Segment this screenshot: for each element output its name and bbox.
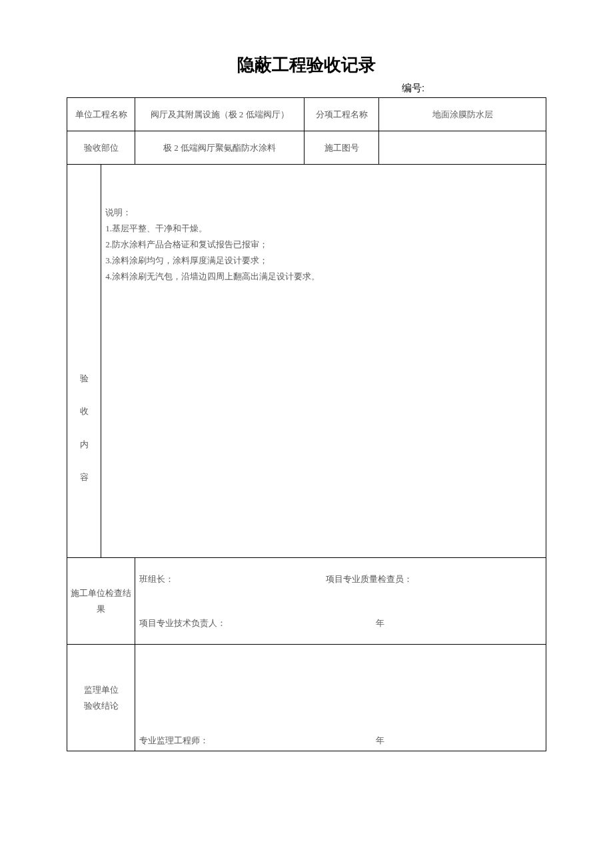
supervisor-content: 专业监理工程师： 年 月 日: [135, 645, 546, 751]
supervisor-engineer-label: 专业监理工程师：: [139, 735, 376, 747]
quality-inspector-label: 项目专业质量检查员：: [326, 573, 412, 585]
header-row-2: 验收部位 极 2 低端阀厅聚氨酯防水涂料 施工图号: [67, 131, 546, 165]
content-line-4: 4.涂料涂刷无汽包，沿墙边四周上翻高出满足设计要求。: [105, 269, 542, 285]
supervisor-row: 监理单位 验收结论 专业监理工程师： 年 月 日: [67, 645, 546, 751]
acceptance-part-value: 极 2 低端阀厅聚氨酯防水涂料: [135, 131, 305, 165]
document-number-label: 编号:: [67, 82, 546, 95]
vlabel-4: 容: [67, 461, 101, 493]
content-row: 验 收 内 容 说明： 1.基层平整、干净和干燥。 2.防水涂料产品合格证和复试…: [67, 165, 546, 558]
header-row-1: 单位工程名称 阀厅及其附属设施（极 2 低端阀厅） 分项工程名称 地面涂膜防水层: [67, 98, 546, 131]
inspection-date: 年 月 日: [376, 617, 613, 629]
date-year: 年: [376, 617, 612, 629]
content-intro: 说明：: [105, 205, 542, 221]
inspection-content: 班组长： 项目专业质量检查员： 项目专业技术负责人： 年 月 日: [135, 558, 546, 645]
supervisor-label-line1: 监理单位: [67, 682, 135, 697]
content-line-2: 2.防水涂料产品合格证和复试报告已报审；: [105, 237, 542, 253]
sub-project-label: 分项工程名称: [304, 98, 379, 131]
vlabel-2: 收: [67, 395, 101, 427]
record-table: 单位工程名称 阀厅及其附属设施（极 2 低端阀厅） 分项工程名称 地面涂膜防水层…: [67, 97, 546, 751]
supervisor-date: 年 月 日: [376, 735, 613, 747]
content-cell: 说明： 1.基层平整、干净和干燥。 2.防水涂料产品合格证和复试报告已报审； 3…: [101, 165, 546, 558]
supervisor-label-line2: 验收结论: [67, 698, 135, 713]
team-leader-label: 班组长：: [139, 573, 326, 585]
sub-project-value: 地面涂膜防水层: [379, 98, 546, 131]
drawing-number-label: 施工图号: [304, 131, 379, 165]
document-title: 隐蔽工程验收记录: [67, 53, 546, 77]
vlabel-1: 验: [67, 362, 101, 395]
sup-date-year: 年: [376, 735, 612, 747]
content-vertical-label: 验 收 内 容: [67, 165, 101, 558]
inspection-row: 施工单位检查结 果 班组长： 项目专业质量检查员： 项目专业技术负责人： 年 月…: [67, 558, 546, 645]
drawing-number-value: [379, 131, 546, 165]
inspection-label-line2: 果: [67, 601, 135, 617]
unit-project-value: 阀厅及其附属设施（极 2 低端阀厅）: [135, 98, 305, 131]
inspection-label-line1: 施工单位检查结: [67, 585, 135, 601]
tech-lead-label: 项目专业技术负责人：: [139, 617, 376, 629]
supervisor-label: 监理单位 验收结论: [67, 645, 135, 751]
inspection-label: 施工单位检查结 果: [67, 558, 135, 645]
vlabel-3: 内: [67, 428, 101, 461]
content-line-1: 1.基层平整、干净和干燥。: [105, 221, 542, 237]
content-line-3: 3.涂料涂刷均匀，涂料厚度满足设计要求；: [105, 253, 542, 269]
acceptance-part-label: 验收部位: [67, 131, 135, 165]
unit-project-label: 单位工程名称: [67, 98, 135, 131]
